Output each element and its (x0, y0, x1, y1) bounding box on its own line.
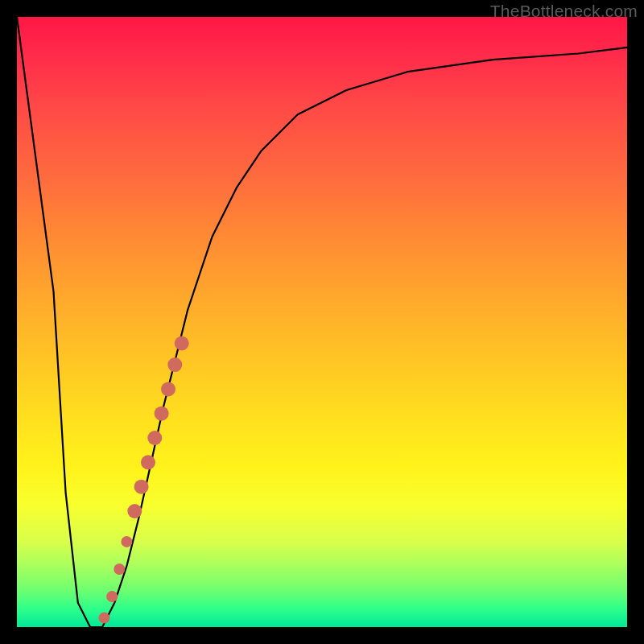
highlight-dots (98, 336, 188, 624)
chart-frame: TheBottleneck.com (0, 0, 644, 644)
highlight-dot (155, 407, 169, 421)
highlight-dot (167, 357, 182, 372)
highlight-dot (141, 455, 155, 469)
plot-area (17, 17, 627, 627)
highlight-dot (134, 480, 149, 494)
highlight-dot (175, 336, 189, 351)
highlight-dot (161, 382, 175, 396)
highlight-dot (121, 536, 132, 547)
highlight-dot (106, 591, 118, 602)
highlight-dot (98, 613, 109, 624)
highlight-dot (127, 504, 142, 518)
chart-svg (17, 17, 627, 627)
watermark-text: TheBottleneck.com (490, 2, 638, 21)
bottleneck-curve (17, 17, 627, 627)
highlight-dot (114, 564, 125, 575)
highlight-dot (147, 431, 162, 445)
